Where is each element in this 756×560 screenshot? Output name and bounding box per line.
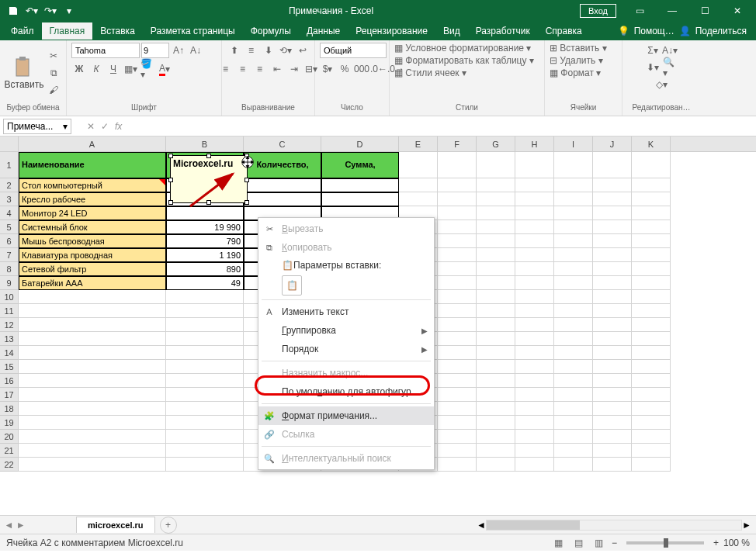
cell[interactable] [593, 290, 632, 304]
cell[interactable] [19, 332, 166, 346]
col-header[interactable]: E [399, 137, 438, 151]
cell[interactable] [515, 248, 554, 262]
cell[interactable] [515, 388, 554, 402]
tab-view[interactable]: Вид [435, 22, 468, 40]
cell[interactable] [593, 346, 632, 360]
row-header[interactable]: 2 [0, 178, 19, 192]
cell[interactable]: Мышь беспроводная [19, 234, 166, 248]
cell[interactable] [477, 444, 515, 458]
fill-icon[interactable]: ⬇▾ [645, 60, 661, 75]
cell[interactable] [554, 430, 593, 444]
cell[interactable] [515, 304, 554, 318]
cell[interactable] [19, 346, 166, 360]
increase-font-icon[interactable]: A↑ [171, 43, 186, 58]
cell[interactable]: Количество, [244, 152, 321, 178]
col-header[interactable]: H [515, 137, 554, 151]
percent-icon[interactable]: % [337, 61, 352, 77]
cell[interactable] [593, 276, 632, 290]
cell[interactable] [477, 374, 515, 388]
number-format-select[interactable] [320, 43, 387, 58]
cell[interactable]: 1 190 [166, 248, 244, 262]
col-header[interactable]: A [19, 137, 166, 151]
comma-icon[interactable]: 000 [354, 61, 369, 77]
font-name-select[interactable] [71, 43, 140, 58]
cell[interactable] [438, 416, 477, 430]
ctx-format-comment[interactable]: 🧩Формат примечания... [258, 406, 434, 425]
cell[interactable] [632, 248, 671, 262]
cell[interactable] [554, 346, 593, 360]
cell[interactable] [438, 402, 477, 416]
row-header[interactable]: 18 [0, 402, 19, 416]
cell[interactable] [554, 374, 593, 388]
close-icon[interactable]: ✕ [722, 0, 753, 22]
cell[interactable] [477, 402, 515, 416]
row-header[interactable]: 7 [0, 248, 19, 262]
ctx-default-shape[interactable]: По умолчанию для автофигур [258, 382, 434, 401]
font-size-select[interactable] [141, 43, 169, 58]
cell[interactable] [554, 416, 593, 430]
cell[interactable] [477, 192, 515, 206]
cell[interactable] [166, 332, 244, 346]
cell[interactable] [438, 192, 477, 206]
tab-data[interactable]: Данные [299, 22, 348, 40]
cell[interactable] [593, 220, 632, 234]
format-table-button[interactable]: ▦ Форматировать как таблицу ▾ [394, 55, 534, 66]
cell[interactable] [632, 304, 671, 318]
cell[interactable] [632, 220, 671, 234]
cancel-icon[interactable]: ✕ [87, 121, 95, 132]
conditional-format-button[interactable]: ▦ Условное форматирование ▾ [394, 43, 531, 54]
cell[interactable]: Сетевой фильтр [19, 262, 166, 276]
ribbon-display-icon[interactable]: ▭ [624, 0, 655, 22]
row-header[interactable]: 11 [0, 304, 19, 318]
cell[interactable] [632, 276, 671, 290]
cell[interactable] [632, 152, 671, 178]
cell[interactable] [593, 416, 632, 430]
align-top-icon[interactable]: ⬆ [227, 43, 242, 58]
cell[interactable] [477, 262, 515, 276]
cell[interactable] [166, 346, 244, 360]
cell[interactable] [477, 152, 515, 178]
cell[interactable] [515, 206, 554, 220]
cell[interactable] [321, 192, 399, 206]
col-header[interactable]: B [166, 137, 244, 151]
cell[interactable] [477, 430, 515, 444]
row-header[interactable]: 15 [0, 360, 19, 374]
cell[interactable] [477, 290, 515, 304]
zoom-in-icon[interactable]: + [713, 538, 719, 548]
cell[interactable] [244, 192, 321, 206]
cell[interactable] [166, 374, 244, 388]
cell[interactable] [554, 304, 593, 318]
zoom-slider[interactable] [626, 541, 704, 544]
row-header[interactable]: 16 [0, 374, 19, 388]
cell[interactable] [554, 152, 593, 178]
cell[interactable] [477, 206, 515, 220]
cell[interactable] [515, 220, 554, 234]
cell[interactable] [19, 402, 166, 416]
cell[interactable] [438, 220, 477, 234]
cell[interactable] [244, 178, 321, 192]
cell[interactable] [554, 262, 593, 276]
cell[interactable] [477, 178, 515, 192]
cell[interactable] [593, 192, 632, 206]
cell[interactable] [632, 206, 671, 220]
cell[interactable] [593, 318, 632, 332]
cell[interactable] [515, 276, 554, 290]
row-header[interactable]: 12 [0, 318, 19, 332]
zoom-level[interactable]: 100 % [723, 538, 750, 548]
sheet-tab[interactable]: microexcel.ru [76, 517, 155, 533]
cell[interactable] [477, 388, 515, 402]
ctx-smart-lookup[interactable]: 🔍Интеллектуальный поиск [258, 449, 434, 468]
cell[interactable] [632, 416, 671, 430]
comment-popup[interactable]: Microexcel.ru [170, 155, 248, 203]
row-header[interactable]: 13 [0, 332, 19, 346]
sheet-nav[interactable]: ◄ ► [0, 520, 29, 531]
cell[interactable] [19, 318, 166, 332]
col-header[interactable]: D [321, 137, 399, 151]
cell[interactable] [554, 220, 593, 234]
cell[interactable] [593, 430, 632, 444]
cell[interactable] [632, 360, 671, 374]
cell[interactable] [19, 290, 166, 304]
cell[interactable] [19, 388, 166, 402]
cell[interactable] [515, 444, 554, 458]
cell[interactable]: 19 990 [166, 220, 244, 234]
